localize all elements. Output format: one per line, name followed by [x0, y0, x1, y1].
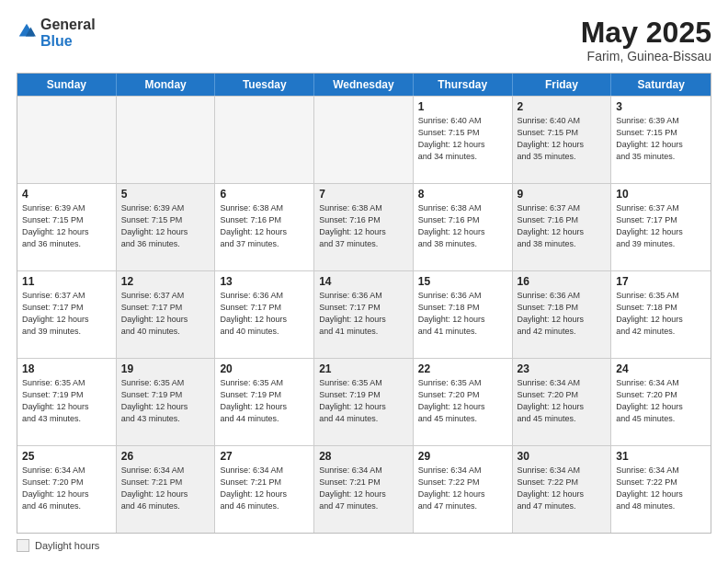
- day-number: 20: [220, 362, 309, 375]
- day-info: Sunrise: 6:34 AM Sunset: 7:22 PM Dayligh…: [616, 465, 706, 512]
- calendar-cell: 22Sunrise: 6:35 AM Sunset: 7:20 PM Dayli…: [414, 359, 513, 445]
- calendar-cell: 21Sunrise: 6:35 AM Sunset: 7:19 PM Dayli…: [314, 359, 414, 445]
- day-info: Sunrise: 6:39 AM Sunset: 7:15 PM Dayligh…: [616, 115, 706, 163]
- calendar-cell: 1Sunrise: 6:40 AM Sunset: 7:15 PM Daylig…: [414, 97, 513, 183]
- day-number: 26: [121, 450, 210, 463]
- calendar-cell: [215, 97, 314, 183]
- calendar-cell: 28Sunrise: 6:34 AM Sunset: 7:21 PM Dayli…: [314, 446, 414, 533]
- day-number: 1: [418, 100, 507, 113]
- day-number: 10: [616, 188, 706, 201]
- calendar-cell: 11Sunrise: 6:37 AM Sunset: 7:17 PM Dayli…: [17, 271, 117, 358]
- weekday-header: Sunday: [17, 74, 117, 96]
- calendar-cell: [117, 97, 216, 183]
- calendar-cell: 17Sunrise: 6:35 AM Sunset: 7:18 PM Dayli…: [611, 271, 711, 358]
- calendar-cell: 13Sunrise: 6:36 AM Sunset: 7:17 PM Dayli…: [215, 271, 314, 358]
- calendar-cell: 23Sunrise: 6:34 AM Sunset: 7:20 PM Dayli…: [513, 359, 612, 445]
- page-title: May 2025: [581, 17, 711, 49]
- calendar-cell: 15Sunrise: 6:36 AM Sunset: 7:18 PM Dayli…: [414, 271, 513, 358]
- weekday-header: Tuesday: [215, 74, 314, 96]
- calendar-cell: [17, 97, 117, 183]
- day-info: Sunrise: 6:35 AM Sunset: 7:19 PM Dayligh…: [319, 377, 408, 425]
- day-number: 31: [616, 450, 706, 463]
- day-info: Sunrise: 6:35 AM Sunset: 7:19 PM Dayligh…: [220, 377, 309, 425]
- day-number: 14: [319, 275, 408, 288]
- day-info: Sunrise: 6:38 AM Sunset: 7:16 PM Dayligh…: [220, 202, 309, 250]
- calendar-cell: 2Sunrise: 6:40 AM Sunset: 7:15 PM Daylig…: [513, 97, 612, 183]
- day-info: Sunrise: 6:38 AM Sunset: 7:16 PM Dayligh…: [319, 202, 408, 250]
- day-number: 8: [418, 188, 507, 201]
- logo-icon: [17, 21, 37, 41]
- day-info: Sunrise: 6:37 AM Sunset: 7:17 PM Dayligh…: [22, 290, 111, 338]
- day-info: Sunrise: 6:34 AM Sunset: 7:22 PM Dayligh…: [518, 465, 607, 512]
- day-info: Sunrise: 6:34 AM Sunset: 7:21 PM Dayligh…: [220, 465, 309, 512]
- weekday-header: Wednesday: [314, 74, 414, 96]
- calendar-cell: 14Sunrise: 6:36 AM Sunset: 7:17 PM Dayli…: [314, 271, 414, 358]
- day-info: Sunrise: 6:35 AM Sunset: 7:18 PM Dayligh…: [616, 290, 706, 338]
- calendar-week-row: 4Sunrise: 6:39 AM Sunset: 7:15 PM Daylig…: [17, 183, 711, 270]
- calendar-cell: 20Sunrise: 6:35 AM Sunset: 7:19 PM Dayli…: [215, 359, 314, 445]
- day-info: Sunrise: 6:34 AM Sunset: 7:22 PM Dayligh…: [418, 465, 507, 512]
- calendar-body: 1Sunrise: 6:40 AM Sunset: 7:15 PM Daylig…: [17, 96, 711, 533]
- calendar-cell: 7Sunrise: 6:38 AM Sunset: 7:16 PM Daylig…: [314, 184, 414, 270]
- day-number: 3: [616, 100, 706, 113]
- day-info: Sunrise: 6:36 AM Sunset: 7:18 PM Dayligh…: [518, 290, 607, 338]
- day-number: 30: [518, 450, 607, 463]
- header: General Blue May 2025 Farim, Guinea-Biss…: [17, 17, 711, 63]
- calendar-week-row: 18Sunrise: 6:35 AM Sunset: 7:19 PM Dayli…: [17, 358, 711, 445]
- day-info: Sunrise: 6:37 AM Sunset: 7:16 PM Dayligh…: [518, 202, 607, 250]
- day-info: Sunrise: 6:35 AM Sunset: 7:19 PM Dayligh…: [121, 377, 210, 425]
- logo-general: General: [40, 17, 96, 33]
- day-number: 2: [518, 100, 607, 113]
- day-info: Sunrise: 6:39 AM Sunset: 7:15 PM Dayligh…: [121, 202, 210, 250]
- day-number: 18: [22, 362, 111, 375]
- day-info: Sunrise: 6:37 AM Sunset: 7:17 PM Dayligh…: [121, 290, 210, 338]
- day-number: 5: [121, 188, 210, 201]
- calendar-cell: 30Sunrise: 6:34 AM Sunset: 7:22 PM Dayli…: [513, 446, 612, 533]
- logo-blue: Blue: [40, 33, 96, 50]
- day-info: Sunrise: 6:34 AM Sunset: 7:21 PM Dayligh…: [121, 465, 210, 512]
- calendar-cell: 27Sunrise: 6:34 AM Sunset: 7:21 PM Dayli…: [215, 446, 314, 533]
- calendar-cell: 8Sunrise: 6:38 AM Sunset: 7:16 PM Daylig…: [414, 184, 513, 270]
- calendar-cell: 24Sunrise: 6:34 AM Sunset: 7:20 PM Dayli…: [611, 359, 711, 445]
- calendar-header-row: SundayMondayTuesdayWednesdayThursdayFrid…: [17, 74, 711, 96]
- calendar-week-row: 1Sunrise: 6:40 AM Sunset: 7:15 PM Daylig…: [17, 96, 711, 183]
- calendar-cell: 19Sunrise: 6:35 AM Sunset: 7:19 PM Dayli…: [117, 359, 216, 445]
- day-info: Sunrise: 6:34 AM Sunset: 7:20 PM Dayligh…: [616, 377, 706, 425]
- logo: General Blue: [17, 17, 96, 49]
- day-info: Sunrise: 6:35 AM Sunset: 7:20 PM Dayligh…: [418, 377, 507, 425]
- day-info: Sunrise: 6:39 AM Sunset: 7:15 PM Dayligh…: [22, 202, 111, 250]
- calendar-cell: 18Sunrise: 6:35 AM Sunset: 7:19 PM Dayli…: [17, 359, 117, 445]
- weekday-header: Saturday: [611, 74, 711, 96]
- day-info: Sunrise: 6:34 AM Sunset: 7:20 PM Dayligh…: [518, 377, 607, 425]
- day-number: 29: [418, 450, 507, 463]
- calendar-week-row: 25Sunrise: 6:34 AM Sunset: 7:20 PM Dayli…: [17, 445, 711, 533]
- day-number: 25: [22, 450, 111, 463]
- day-number: 9: [518, 188, 607, 201]
- calendar-cell: 3Sunrise: 6:39 AM Sunset: 7:15 PM Daylig…: [611, 97, 711, 183]
- footer-shading-box: [17, 539, 29, 552]
- day-number: 27: [220, 450, 309, 463]
- day-number: 15: [418, 275, 507, 288]
- day-info: Sunrise: 6:37 AM Sunset: 7:17 PM Dayligh…: [616, 202, 706, 250]
- day-number: 11: [22, 275, 111, 288]
- weekday-header: Thursday: [414, 74, 513, 96]
- calendar-cell: 25Sunrise: 6:34 AM Sunset: 7:20 PM Dayli…: [17, 446, 117, 533]
- day-number: 12: [121, 275, 210, 288]
- calendar-cell: 16Sunrise: 6:36 AM Sunset: 7:18 PM Dayli…: [513, 271, 612, 358]
- day-info: Sunrise: 6:35 AM Sunset: 7:19 PM Dayligh…: [22, 377, 111, 425]
- day-number: 24: [616, 362, 706, 375]
- calendar-cell: 5Sunrise: 6:39 AM Sunset: 7:15 PM Daylig…: [117, 184, 216, 270]
- page-subtitle: Farim, Guinea-Bissau: [581, 49, 711, 63]
- calendar-cell: 29Sunrise: 6:34 AM Sunset: 7:22 PM Dayli…: [414, 446, 513, 533]
- footer-label: Daylight hours: [35, 540, 99, 551]
- calendar-cell: 6Sunrise: 6:38 AM Sunset: 7:16 PM Daylig…: [215, 184, 314, 270]
- day-number: 4: [22, 188, 111, 201]
- footer: Daylight hours: [17, 539, 711, 552]
- calendar-cell: 4Sunrise: 6:39 AM Sunset: 7:15 PM Daylig…: [17, 184, 117, 270]
- calendar-cell: 12Sunrise: 6:37 AM Sunset: 7:17 PM Dayli…: [117, 271, 216, 358]
- day-info: Sunrise: 6:36 AM Sunset: 7:17 PM Dayligh…: [319, 290, 408, 338]
- day-info: Sunrise: 6:40 AM Sunset: 7:15 PM Dayligh…: [418, 115, 507, 163]
- weekday-header: Friday: [513, 74, 612, 96]
- day-number: 22: [418, 362, 507, 375]
- day-info: Sunrise: 6:36 AM Sunset: 7:18 PM Dayligh…: [418, 290, 507, 338]
